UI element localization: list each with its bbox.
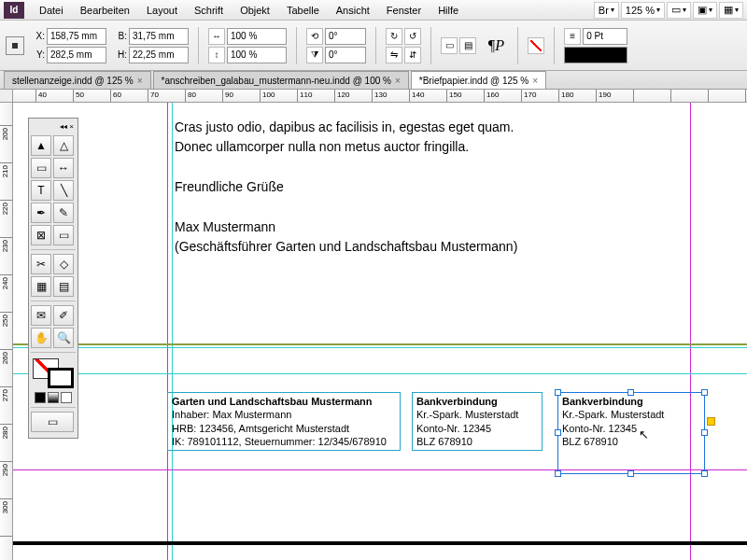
menu-datei[interactable]: Datei <box>32 2 71 19</box>
tab-briefpapier[interactable]: *Briefpapier.indd @ 125 %× <box>411 71 546 89</box>
zoom-tool[interactable]: 🔍 <box>53 328 74 348</box>
fill-stroke-swatch[interactable] <box>33 358 74 388</box>
selection-handle[interactable] <box>701 429 708 436</box>
selection-handle[interactable] <box>555 470 561 477</box>
x-label: X: <box>32 31 45 41</box>
select-content-icon[interactable]: ▤ <box>459 37 476 54</box>
pencil-tool[interactable]: ✎ <box>53 203 74 223</box>
ruler-guide[interactable] <box>13 373 747 374</box>
apply-gradient-icon[interactable] <box>48 392 59 403</box>
note-tool[interactable]: ✉ <box>31 305 51 326</box>
menu-objekt[interactable]: Objekt <box>233 2 277 19</box>
app-logo: Id <box>4 2 24 19</box>
tab-anschreiben[interactable]: *anschreiben_galabau_mustermann-neu.indd… <box>153 71 409 89</box>
vertical-ruler[interactable]: 200210 220230 240250 260270 280290 300 <box>0 103 13 560</box>
width-input[interactable]: 31,75 mm <box>129 28 189 45</box>
selection-tool[interactable]: ▲ <box>31 135 51 156</box>
canvas[interactable]: Cras justo odio, dapibus ac facilisis in… <box>13 103 747 560</box>
pen-tool[interactable]: ✒ <box>31 203 51 223</box>
rotate-ccw-icon[interactable]: ↺ <box>404 28 421 45</box>
rotate-input[interactable]: 0° <box>325 28 366 45</box>
footer-block-company[interactable]: Garten und Landschaftsbau Mustermann Inh… <box>167 392 401 451</box>
paragraph-style-icon[interactable]: ¶P <box>487 37 504 54</box>
select-container-icon[interactable]: ▭ <box>441 37 458 54</box>
close-icon[interactable]: × <box>137 76 143 86</box>
menu-ansicht[interactable]: Ansicht <box>329 2 377 19</box>
flip-v-icon[interactable]: ⇵ <box>404 47 421 63</box>
scale-y-icon: ↕ <box>208 47 225 63</box>
selection-handle[interactable] <box>701 389 708 396</box>
workspace: 4050 6070 8090 100110 120130 140150 1601… <box>0 90 747 560</box>
selection-handle[interactable] <box>701 470 708 477</box>
footer-title: Garten und Landschaftsbau Mustermann <box>172 396 373 407</box>
gradient-feather-tool[interactable]: ▤ <box>53 276 74 297</box>
menu-hilfe[interactable]: Hilfe <box>430 2 466 19</box>
view-mode-button[interactable]: ▭ <box>31 412 74 432</box>
rule-line <box>13 343 747 345</box>
height-label: H: <box>114 49 127 60</box>
free-transform-tool[interactable]: ◇ <box>53 254 74 274</box>
zoom-level[interactable]: 125 %▾ <box>621 2 665 19</box>
close-icon[interactable]: × <box>69 122 74 133</box>
collapse-icon[interactable]: ◂◂ <box>60 122 67 133</box>
greeting: Freundliche Grüße <box>175 177 679 197</box>
arrange-icon[interactable]: ▦▾ <box>719 2 743 19</box>
ruler-origin[interactable] <box>0 90 13 103</box>
tools-panel[interactable]: ◂◂× ▲△ ▭↔ T╲ ✒✎ ⊠▭ ✂◇ ▦▤ ✉✐ ✋🔍 ▭ <box>28 118 78 439</box>
footer-block-bank2-selected[interactable]: Bankverbindung Kr.-Spark. Musterstadt Ko… <box>557 392 705 474</box>
bridge-button[interactable]: Br▾ <box>594 2 619 19</box>
scale-y-input[interactable]: 100 % <box>227 47 287 63</box>
menu-schrift[interactable]: Schrift <box>187 2 231 19</box>
selection-handle[interactable] <box>555 429 561 436</box>
rotate-cw-icon[interactable]: ↻ <box>386 28 402 45</box>
ruler-guide[interactable] <box>13 347 747 348</box>
horizontal-ruler[interactable]: 4050 6070 8090 100110 120130 140150 1601… <box>13 90 747 103</box>
column-guide[interactable] <box>172 103 173 560</box>
tab-stellenanzeige[interactable]: stellenanzeige.indd @ 125 %× <box>4 71 151 89</box>
shear-input[interactable]: 0° <box>325 47 366 63</box>
eyedropper-tool[interactable]: ✐ <box>53 305 74 326</box>
menu-bearbeiten[interactable]: Bearbeiten <box>73 2 137 19</box>
view-mode-icon[interactable]: ▭▾ <box>667 2 691 19</box>
y-input[interactable]: 282,5 mm <box>47 47 106 63</box>
fill-swatch[interactable] <box>528 37 544 54</box>
document-tabs: stellenanzeige.indd @ 125 %× *anschreibe… <box>0 71 747 90</box>
body-text-frame[interactable]: Cras justo odio, dapibus ac facilisis in… <box>175 118 679 257</box>
gap-tool[interactable]: ↔ <box>53 158 74 178</box>
menu-tabelle[interactable]: Tabelle <box>279 2 327 19</box>
menu-bar: Id Datei Bearbeiten Layout Schrift Objek… <box>0 0 747 21</box>
margin-guide[interactable] <box>167 103 168 560</box>
rectangle-tool[interactable]: ▭ <box>53 225 74 245</box>
x-input[interactable]: 158,75 mm <box>47 28 106 45</box>
close-icon[interactable]: × <box>395 76 401 86</box>
margin-guide[interactable] <box>690 103 691 560</box>
menu-layout[interactable]: Layout <box>139 2 185 19</box>
hand-tool[interactable]: ✋ <box>31 328 51 348</box>
scale-x-input[interactable]: 100 % <box>227 28 287 45</box>
text-overflow-icon[interactable] <box>707 417 715 426</box>
selection-handle[interactable] <box>627 389 634 396</box>
footer-title: Bankverbindung <box>416 396 498 407</box>
height-input[interactable]: 22,25 mm <box>129 47 189 63</box>
flip-h-icon[interactable]: ⇋ <box>386 47 402 63</box>
selection-handle[interactable] <box>555 389 561 396</box>
selection-handle[interactable] <box>627 470 634 477</box>
footer-block-bank1[interactable]: Bankverbindung Kr.-Spark. Musterstadt Ko… <box>412 392 543 451</box>
apply-color-icon[interactable] <box>35 392 46 403</box>
rectangle-frame-tool[interactable]: ⊠ <box>31 225 51 245</box>
menu-fenster[interactable]: Fenster <box>379 2 429 19</box>
direct-selection-tool[interactable]: △ <box>53 135 74 156</box>
reference-point[interactable] <box>6 36 24 55</box>
scissors-tool[interactable]: ✂ <box>31 254 51 274</box>
close-icon[interactable]: × <box>532 76 538 86</box>
type-tool[interactable]: T <box>31 180 51 201</box>
y-label: Y: <box>32 49 45 60</box>
gradient-swatch-tool[interactable]: ▦ <box>31 276 51 297</box>
screen-mode-icon[interactable]: ▣▾ <box>693 2 717 19</box>
apply-none-icon[interactable] <box>61 392 72 403</box>
page-tool[interactable]: ▭ <box>31 158 51 178</box>
rotate-icon: ⟲ <box>306 28 323 45</box>
stroke-style[interactable] <box>564 47 627 63</box>
line-tool[interactable]: ╲ <box>53 180 74 201</box>
stroke-weight-input[interactable]: 0 Pt <box>583 28 627 45</box>
